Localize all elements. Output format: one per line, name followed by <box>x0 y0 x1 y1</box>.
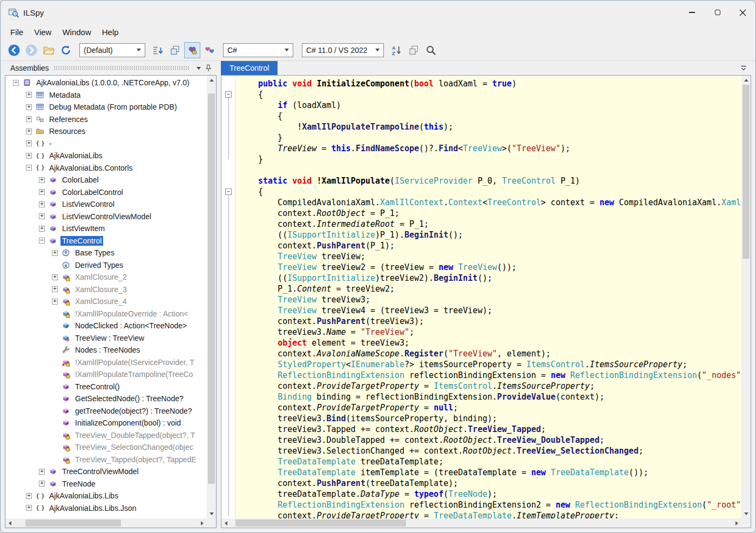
expand-expander-icon[interactable]: + <box>52 274 58 280</box>
expand-expander-icon[interactable]: + <box>26 129 32 134</box>
code-link[interactable]: FindNameScope <box>356 144 419 153</box>
expand-expander-icon[interactable]: + <box>39 177 45 183</box>
code-link[interactable]: ReflectionBindingExtension <box>575 500 702 510</box>
code-link[interactable]: ReflectionBindingExtension <box>570 370 697 380</box>
tree-item-ajkavalonialibs[interactable]: +{ }AjkAvaloniaLibs <box>5 150 207 162</box>
expand-expander-icon[interactable]: + <box>52 286 58 292</box>
tree-item-resources[interactable]: +Resources <box>5 125 207 138</box>
tree-item-colorlabelcontrol[interactable]: +ColorLabelControl <box>5 186 207 199</box>
code-link[interactable]: ProvideValue <box>497 392 556 402</box>
tree-item-treecontrol[interactable]: TreeControl() <box>5 381 207 393</box>
open-file-button[interactable] <box>40 42 57 58</box>
tree-item-ajkavalonialibs-libs-json[interactable]: +{ }AjkAvaloniaLibs.Libs.Json <box>5 502 207 515</box>
maximize-button[interactable] <box>705 1 730 24</box>
tree-item-ajkavalonialibs-libs[interactable]: +{ }AjkAvaloniaLibs.Libs <box>5 490 207 502</box>
code-link[interactable]: TreeControl <box>487 198 541 207</box>
show-internal-api-toggle[interactable] <box>201 42 218 58</box>
tree-item-listviewcontrolviewmodel[interactable]: +ListViewControlViewModel <box>5 211 207 223</box>
code-link[interactable]: PushParent <box>316 316 365 326</box>
code-link[interactable]: Find <box>438 144 458 153</box>
scroll-up-button[interactable] <box>207 76 216 85</box>
tree-item-ajkavalonialibs-1-0-0-0-netcoreapp-v7-0[interactable]: −AjkAvaloniaLibs (1.0.0.0, .NETCoreApp, … <box>5 77 207 89</box>
scroll-left-button[interactable] <box>5 518 15 528</box>
scroll-down-button[interactable] <box>741 509 751 518</box>
tree-item-gettreenode-object-treenode[interactable]: getTreeNode(object?) : TreeNode? <box>5 405 207 417</box>
scrollbar-thumb[interactable] <box>208 93 215 484</box>
code-link[interactable]: XamlIlContext <box>380 198 443 207</box>
tree-item-colorlabel[interactable]: +ColorLabel <box>5 174 207 186</box>
menu-window[interactable]: Window <box>57 26 96 38</box>
code-link[interactable]: TreeView <box>278 295 316 305</box>
code-link[interactable]: TreeView_DoubleTapped <box>497 435 600 445</box>
tree-item-base-types[interactable]: +Base Types <box>5 247 207 259</box>
code-link[interactable]: PushParent <box>316 478 365 488</box>
scrollbar-track[interactable] <box>207 85 216 509</box>
code-link[interactable]: TreeView <box>278 262 316 272</box>
panel-splitter[interactable] <box>217 61 221 528</box>
code-link[interactable]: ReflectionBindingExtension <box>278 500 404 510</box>
expand-expander-icon[interactable]: + <box>26 153 32 159</box>
menu-view[interactable]: View <box>29 26 57 38</box>
code-link[interactable]: ISupportInitialize <box>287 230 375 240</box>
scroll-left-button[interactable] <box>221 518 231 528</box>
tree-item-[interactable]: +{ }- <box>5 138 207 150</box>
collapse-tree-button[interactable] <box>167 42 183 58</box>
code-link[interactable]: TreeView <box>463 144 502 153</box>
expand-expander-icon[interactable]: + <box>26 104 32 110</box>
assemblies-tree[interactable]: −AjkAvaloniaLibs (1.0.0.0, .NETCoreApp, … <box>5 76 207 518</box>
scroll-right-button[interactable] <box>732 518 741 528</box>
scroll-down-button[interactable] <box>207 509 216 518</box>
expand-expander-icon[interactable]: + <box>39 481 45 487</box>
expand-expander-icon[interactable]: + <box>52 250 58 256</box>
tree-vertical-scrollbar[interactable] <box>207 76 216 518</box>
code-link[interactable]: StyledProperty <box>278 360 346 369</box>
code-link[interactable]: TreeDataTemplate <box>278 457 356 467</box>
forward-button[interactable] <box>23 42 39 58</box>
expand-expander-icon[interactable]: + <box>39 469 45 475</box>
close-button[interactable] <box>730 1 755 24</box>
code-link[interactable]: XamlIlContext <box>721 198 741 207</box>
code-link[interactable]: Context <box>448 198 482 207</box>
tree-item-treeview-doubletapped-object-t[interactable]: TreeView_DoubleTapped(object?, T <box>5 429 207 442</box>
sort-assemblies-button[interactable] <box>150 42 166 58</box>
tree-item-treeview-selectionchanged-objec[interactable]: TreeView_SelectionChanged(objec <box>5 441 207 454</box>
code-link[interactable]: Binding <box>278 392 312 402</box>
tree-item-xamlclosure-2[interactable]: +XamlClosure_2 <box>5 271 207 284</box>
tree-item-treenode[interactable]: +TreeNode <box>5 478 207 490</box>
code-link[interactable]: ItemsControl <box>434 381 492 391</box>
code-link[interactable]: TreeControl <box>502 176 556 186</box>
code-link[interactable]: TreeView <box>278 306 316 315</box>
tree-item-nodes-treenodes[interactable]: Nodes : TreeNodes <box>5 344 207 356</box>
expand-expander-icon[interactable]: + <box>39 226 45 232</box>
tree-item-metadata[interactable]: +Metadata <box>5 89 207 102</box>
code-link[interactable]: IServiceProvider <box>395 176 473 186</box>
collapse-expander-icon[interactable]: − <box>13 80 19 86</box>
assembly-list-dropdown[interactable]: (Default) <box>79 43 145 57</box>
code-link[interactable]: TreeDataTemplate <box>551 468 629 477</box>
code-link[interactable]: TreeDataTemplate <box>434 511 512 518</box>
expand-expander-icon[interactable]: + <box>39 189 45 195</box>
expand-expander-icon[interactable]: + <box>39 213 45 219</box>
code-link[interactable]: TreeNode <box>448 489 487 499</box>
code-link[interactable]: Bind <box>326 414 346 423</box>
scrollbar-track[interactable] <box>741 85 751 509</box>
code-link[interactable]: TreeView_Tapped <box>468 424 541 434</box>
code-link[interactable]: ISupportInitialize <box>287 273 375 283</box>
language-dropdown[interactable]: C# <box>223 43 293 57</box>
sort-members-button[interactable]: AZ <box>388 42 404 58</box>
code-view[interactable]: public void InitializeComponent(bool loa… <box>235 76 741 518</box>
code-link[interactable]: !XamlIlPopulateTrampoline <box>297 122 419 132</box>
expand-expander-icon[interactable]: + <box>26 493 32 499</box>
menu-help[interactable]: Help <box>97 26 124 38</box>
refresh-button[interactable] <box>58 42 74 58</box>
code-link[interactable]: BeginInit <box>404 230 448 240</box>
minimize-button[interactable] <box>679 1 705 24</box>
tab-overflow-button[interactable] <box>736 61 751 75</box>
tree-item-xamlclosure-3[interactable]: +XamlClosure_3 <box>5 284 207 296</box>
scrollbar-thumb[interactable] <box>235 519 406 527</box>
code-link[interactable]: TreeDataTemplate <box>278 468 356 477</box>
fold-collapse-icon[interactable]: − <box>225 188 232 195</box>
scrollbar-thumb[interactable] <box>25 519 120 527</box>
scroll-up-button[interactable] <box>741 76 751 85</box>
compiler-version-dropdown[interactable]: C# 11.0 / VS 2022 <box>302 43 384 57</box>
